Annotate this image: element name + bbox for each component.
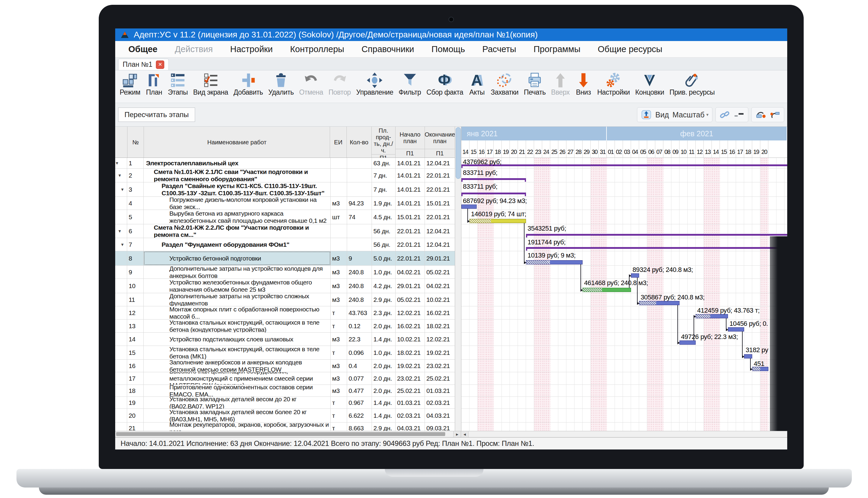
cell-name-row-9[interactable]: Дополнительные затраты на устройство кол…	[144, 266, 330, 278]
cell-end-row-4[interactable]: 15.01.21	[425, 197, 455, 210]
table-horizontal-scrollbar[interactable]: ►	[115, 431, 461, 437]
cell-exp-row-10[interactable]	[115, 279, 127, 293]
cell-start-row-11[interactable]: 05.02.21	[395, 293, 425, 306]
cell-qty-row-12[interactable]: 43.763	[347, 306, 372, 319]
table-row-11[interactable]: 11Дополнительные затраты на устройство с…	[115, 293, 455, 306]
cell-num-row-8[interactable]: 8	[127, 251, 144, 265]
scrollbar-thumb[interactable]	[456, 127, 461, 179]
cell-start-row-20[interactable]: 02.03.21	[395, 409, 425, 422]
cell-ei-row-4[interactable]: м3	[330, 197, 347, 210]
cell-start-row-10[interactable]: 29.01.21	[395, 279, 425, 293]
fact-button[interactable]: ФФСбор факта	[424, 71, 466, 97]
cell-num-row-9[interactable]: 9	[127, 266, 144, 278]
print-button[interactable]: Печать	[521, 71, 548, 97]
cell-ei-row-2[interactable]	[330, 169, 347, 182]
cell-start-row-9[interactable]: 04.02.21	[395, 266, 425, 278]
cell-start-row-2[interactable]: 14.01.21	[395, 169, 425, 182]
summary-bar-row-1[interactable]	[461, 165, 787, 166]
table-row-19[interactable]: 19Установка закладных деталей весом до 2…	[115, 397, 455, 409]
menu-item-1[interactable]: Общее	[128, 44, 158, 54]
cell-start-row-15[interactable]: 18.02.21	[395, 346, 425, 359]
cell-exp-row-2[interactable]: ▾	[115, 169, 127, 182]
cell-dur-row-11[interactable]: 2.9 дн.	[372, 293, 395, 306]
cell-name-row-11[interactable]: Дополнительные затраты на устройство сло…	[144, 293, 330, 306]
cell-end-row-8[interactable]: 29.01.21	[425, 251, 455, 265]
cell-exp-row-14[interactable]	[115, 333, 127, 345]
menu-item-8[interactable]: Программы	[533, 44, 581, 54]
link-icon[interactable]	[719, 109, 730, 120]
cell-qty-row-17[interactable]: 0.077	[347, 372, 372, 384]
cell-exp-row-17[interactable]	[115, 372, 127, 384]
expander-icon[interactable]: ▾	[119, 173, 121, 178]
menu-item-7[interactable]: Расчеты	[482, 44, 516, 54]
view-label[interactable]: Вид	[655, 110, 669, 119]
expander-icon[interactable]: ▾	[121, 187, 124, 192]
task-bar-row-4[interactable]	[461, 205, 477, 209]
cell-ei-row-14[interactable]: м3	[330, 333, 347, 345]
cell-start-row-7[interactable]: 22.01.21	[395, 238, 425, 251]
cell-name-row-6[interactable]: Смета №2.01-КЖ 2.2.ЛС фом "Участки подго…	[144, 224, 330, 238]
cell-qty-row-21[interactable]: 8.663	[347, 422, 372, 431]
close-icon[interactable]: ✕	[156, 61, 164, 69]
cell-exp-row-3[interactable]: ▾	[115, 182, 127, 196]
cell-name-row-21[interactable]: Монтаж рекуператоров, экранов, коробок, …	[144, 422, 330, 431]
cell-end-row-9[interactable]: 05.02.21	[425, 266, 455, 278]
cell-exp-row-15[interactable]	[115, 346, 127, 359]
cell-qty-row-6[interactable]	[347, 224, 372, 238]
endings-button[interactable]: Концовки	[633, 71, 667, 97]
table-row-14[interactable]: 14Устройство подстилающих слоев шлаковых…	[115, 333, 455, 346]
cell-ei-row-20[interactable]: т	[330, 409, 347, 422]
cell-ei-row-9[interactable]: м3	[330, 266, 347, 278]
mode-button[interactable]: Режим	[117, 71, 143, 97]
cell-num-row-5[interactable]: 5	[127, 210, 144, 224]
table-row-16[interactable]: 16Заполнение анкербоксов и анкерных коло…	[115, 360, 455, 372]
cell-start-row-4[interactable]: 14.01.21	[395, 197, 425, 210]
summary-bar-row-6[interactable]	[526, 234, 787, 236]
table-row-9[interactable]: 9Дополнительные затраты на устройство ко…	[115, 266, 455, 279]
cell-ei-row-5[interactable]: шт	[330, 210, 347, 224]
cell-start-row-8[interactable]: 22.01.21	[395, 251, 425, 265]
summary-bar-row-3[interactable]	[461, 193, 526, 194]
cell-dur-row-6[interactable]: 56 дн.	[372, 224, 395, 238]
cell-name-row-19[interactable]: Установка закладных деталей весом до 20 …	[144, 397, 330, 408]
cell-num-row-1[interactable]: 1	[127, 158, 144, 168]
cell-ei-row-1[interactable]	[330, 158, 347, 168]
cell-num-row-6[interactable]: 6	[127, 224, 144, 238]
task-bar-row-11[interactable]	[639, 301, 679, 305]
cell-start-row-17[interactable]: 23.02.21	[395, 372, 425, 384]
expander-icon[interactable]: ▾	[119, 228, 121, 234]
cell-ei-row-8[interactable]: м3	[330, 251, 347, 265]
cell-end-row-14[interactable]: 12.02.21	[425, 333, 455, 345]
cell-exp-row-12[interactable]	[115, 306, 127, 319]
cell-name-row-15[interactable]: Установка стальных конструкций, остающих…	[144, 346, 330, 359]
cell-ei-row-15[interactable]: т	[330, 346, 347, 359]
cell-dur-row-15[interactable]: 1.0 дн.	[372, 346, 395, 359]
menu-item-4[interactable]: Контроллеры	[290, 44, 344, 54]
cell-dur-row-4[interactable]: 1.9 дн.	[372, 197, 395, 210]
cell-num-row-17[interactable]: 17	[127, 372, 144, 384]
cell-end-row-13[interactable]: 18.02.21	[425, 319, 455, 332]
cell-name-row-3[interactable]: Раздел "Свайные кусты КС1-КС5. С110.35-1…	[144, 182, 330, 196]
cell-dur-row-8[interactable]: 5.0 дн.	[372, 251, 395, 265]
cell-dur-row-21[interactable]: 2.9 дн.	[372, 422, 395, 431]
cell-qty-row-10[interactable]: 240.8	[347, 279, 372, 293]
table-row-12[interactable]: 12Монтаж опорных плит с обработанной пов…	[115, 306, 455, 319]
cell-end-row-16[interactable]: 23.02.21	[425, 360, 455, 372]
cell-dur-row-10[interactable]: 4.2 дн.	[372, 279, 395, 293]
task-bar-row-15[interactable]	[744, 354, 752, 358]
table-row-18[interactable]: 18Приготовление однокомпонентных составо…	[115, 385, 455, 397]
cell-name-row-13[interactable]: Установка стальных конструкций, остающих…	[144, 319, 330, 332]
cell-dur-row-14[interactable]: 1.4 дн.	[372, 333, 395, 345]
table-row-20[interactable]: 20Установка закладных деталей весом боле…	[115, 409, 455, 422]
cell-qty-row-20[interactable]: 6.622	[347, 409, 372, 422]
cell-exp-row-5[interactable]	[115, 210, 127, 224]
cell-dur-row-5[interactable]: 4.5 дн.	[372, 210, 395, 224]
acts-button[interactable]: AAАкты	[466, 71, 488, 97]
cell-exp-row-20[interactable]	[115, 409, 127, 422]
menu-item-3[interactable]: Настройки	[230, 44, 273, 54]
cell-end-row-7[interactable]: 12.04.21	[425, 238, 455, 251]
dashes-icon[interactable]	[734, 109, 744, 120]
cell-ei-row-19[interactable]: т	[330, 397, 347, 408]
menu-item-5[interactable]: Справочники	[362, 44, 414, 54]
cell-dur-row-2[interactable]: 7 дн.	[372, 169, 395, 182]
